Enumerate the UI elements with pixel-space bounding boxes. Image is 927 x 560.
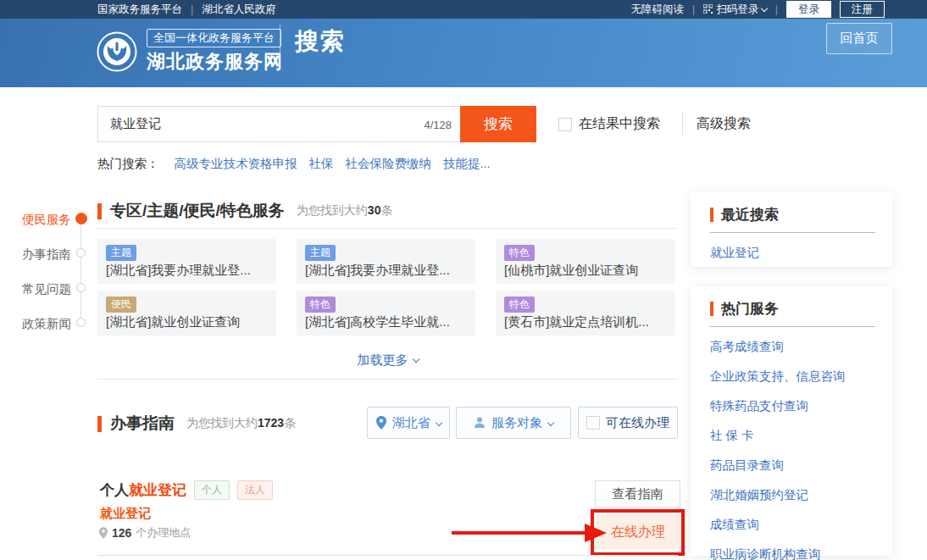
hot-service-link[interactable]: 高考成绩查询 <box>710 332 892 362</box>
national-platform-link[interactable]: 国家政务服务平台 <box>97 3 182 17</box>
count-suffix: 条 <box>380 203 392 217</box>
header-divider <box>280 25 280 58</box>
recent-search-title: 最近搜索 <box>721 205 779 225</box>
service-card[interactable]: 特色 [湖北省]高校学生毕业就... <box>297 291 475 335</box>
service-card-label: [湖北省]高校学生毕业就... <box>305 314 467 330</box>
online-only-checkbox[interactable]: 可在线办理 <box>578 407 678 439</box>
search-input-wrap: 4/128 <box>97 106 460 142</box>
advanced-search-link[interactable]: 高级搜索 <box>697 115 751 133</box>
tag-special: 特色 <box>504 245 535 261</box>
top-bar-divider: | <box>191 3 193 15</box>
location-suffix: 个办理地点 <box>136 525 191 541</box>
badge-legal-entity: 法人 <box>237 480 273 500</box>
result-title[interactable]: 个人就业登记 个人 法人 <box>100 480 273 500</box>
top-bar-divider: | <box>775 3 778 15</box>
view-guide-button[interactable]: 查看指南 <box>595 480 680 507</box>
qr-code-icon <box>703 4 713 14</box>
divider <box>682 112 683 136</box>
accessibility-link[interactable]: 无障碍阅读 <box>631 3 685 17</box>
region-dropdown[interactable]: 湖北省 <box>367 407 450 439</box>
service-card[interactable]: 主题 [湖北省]我要办理就业登... <box>97 239 276 284</box>
guide-section-title: 办事指南 <box>110 413 175 435</box>
service-card[interactable]: 便民 [湖北省]就业创业证查询 <box>97 291 276 335</box>
search-input[interactable] <box>98 107 460 141</box>
checkbox-icon[interactable] <box>586 416 600 430</box>
register-button[interactable]: 注册 <box>840 1 885 18</box>
search-in-results-label: 在结果中搜索 <box>579 115 660 133</box>
recent-search-header: 最近搜索 <box>710 205 875 233</box>
service-card[interactable]: 特色 [仙桃市]就业创业证查询 <box>496 239 674 284</box>
sidebar-item-faq[interactable]: 常见问题 <box>12 281 71 297</box>
person-icon <box>474 417 486 429</box>
scan-login-link[interactable]: 扫码登录 <box>703 3 766 17</box>
annotation-highlight-box <box>591 509 685 556</box>
annotation-arrow-line <box>452 531 587 535</box>
section-accent-bar <box>97 416 102 432</box>
special-service-cards: 主题 [湖北省]我要办理就业登... 主题 [湖北省]我要办理就业登... 特色… <box>97 239 678 335</box>
service-card-label: [湖北省]我要办理就业登... <box>106 263 268 279</box>
hot-search-link[interactable]: 社会保险费缴纳 <box>346 156 432 172</box>
search-button[interactable]: 搜索 <box>460 106 536 142</box>
guide-section-count: 为您找到大约1723条 <box>186 416 296 431</box>
special-section-title: 专区/主题/便民/特色服务 <box>110 200 285 222</box>
chevron-down-icon <box>435 419 441 426</box>
tag-special: 特色 <box>504 297 535 313</box>
sidebar-item-service-guides[interactable]: 办事指南 <box>12 247 71 263</box>
top-bar-divider: | <box>692 3 695 15</box>
hubei-gov-link[interactable]: 湖北省人民政府 <box>202 3 276 17</box>
search-in-results-checkbox[interactable]: 在结果中搜索 <box>558 115 660 133</box>
hot-service-link[interactable]: 企业政策支持、信息咨询 <box>710 362 892 391</box>
platform-badge: 全国一体化政务服务平台 <box>147 29 281 47</box>
hot-search-link[interactable]: 技能提... <box>443 156 491 172</box>
login-button[interactable]: 登录 <box>786 1 831 18</box>
count-number: 1723 <box>258 416 284 430</box>
site-logo[interactable]: 全国一体化政务服务平台 湖北政务服务网 <box>96 29 283 75</box>
sidebar-item-convenient-services[interactable]: 便民服务 <box>12 212 71 228</box>
online-only-label: 可在线办理 <box>606 415 669 431</box>
tag-special: 特色 <box>305 297 336 313</box>
result-title-highlight: 就业登记 <box>129 480 186 500</box>
hot-services-card: 热门服务 高考成绩查询 企业政策支持、信息咨询 特殊药品支付查询 社 保 卡 药… <box>691 286 892 556</box>
sidebar-item-policy-news[interactable]: 政策新闻 <box>12 316 71 332</box>
result-location: 126 个办理地点 <box>99 525 191 541</box>
tag-convenient: 便民 <box>106 297 136 313</box>
count-prefix: 为您找到大约 <box>186 416 258 430</box>
hot-service-link[interactable]: 职业病诊断机构查询 <box>710 540 892 560</box>
hot-service-link[interactable]: 成绩查询 <box>710 510 892 540</box>
timeline-dot <box>76 318 86 327</box>
divider <box>97 555 678 556</box>
service-card[interactable]: 特色 [黄石市]就业定点培训机... <box>496 291 674 335</box>
hot-search-label: 热门搜索： <box>97 156 159 172</box>
scan-login-label: 扫码登录 <box>716 3 758 15</box>
back-home-button[interactable]: 回首页 <box>826 23 892 54</box>
service-card[interactable]: 主题 [湖北省]我要办理就业登... <box>297 239 475 284</box>
service-card-label: [湖北省]我要办理就业登... <box>305 263 467 279</box>
count-suffix: 条 <box>284 416 296 430</box>
location-count: 126 <box>112 526 131 540</box>
service-target-dropdown[interactable]: 服务对象 <box>456 407 571 439</box>
service-card-label: [仙桃市]就业创业证查询 <box>504 263 666 279</box>
search-results-page: 国家政务服务平台 | 湖北省人民政府 无障碍阅读 | 扫码登录 | 登录 注册 <box>0 0 927 560</box>
tag-theme: 主题 <box>305 245 336 261</box>
hot-service-link[interactable]: 特殊药品支付查询 <box>710 391 892 421</box>
recent-search-card: 最近搜索 就业登记 <box>691 192 892 267</box>
badge-person: 个人 <box>194 480 230 500</box>
hot-service-link[interactable]: 药品目录查询 <box>710 451 892 480</box>
site-logo-icon <box>96 30 138 73</box>
hot-search-link[interactable]: 高级专业技术资格申报 <box>175 156 297 172</box>
site-header: 全国一体化政务服务平台 湖北政务服务网 搜索 回首页 <box>0 19 927 87</box>
region-dropdown-value: 湖北省 <box>392 415 430 431</box>
hot-service-link[interactable]: 社 保 卡 <box>710 421 892 451</box>
service-card-label: [湖北省]就业创业证查询 <box>106 314 268 330</box>
result-sub-link[interactable]: 就业登记 <box>100 506 151 522</box>
location-pin-icon <box>376 416 386 430</box>
logo-text: 全国一体化政务服务平台 湖北政务服务网 <box>147 29 283 75</box>
hot-search-link[interactable]: 社保 <box>309 156 334 172</box>
load-more-button[interactable]: 加载更多 <box>97 352 678 369</box>
checkbox-icon[interactable] <box>558 118 572 131</box>
hot-service-link[interactable]: 湖北婚姻预约登记 <box>710 480 892 510</box>
guide-section-header: 办事指南 为您找到大约1723条 <box>97 413 296 435</box>
hot-services-header: 热门服务 <box>710 299 875 327</box>
section-accent-bar <box>97 203 102 219</box>
recent-search-link[interactable]: 就业登记 <box>710 238 892 268</box>
